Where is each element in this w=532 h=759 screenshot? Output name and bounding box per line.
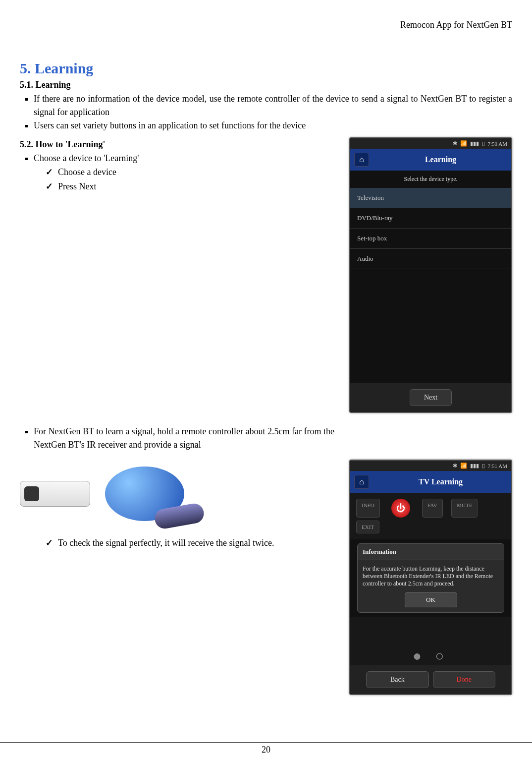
list-item: If there are no information of the devic… (34, 92, 512, 119)
clock-text: 7:50 AM (488, 141, 507, 147)
bottom-bar: Back Done (350, 665, 511, 694)
device-type-list: Television DVD/Blu-ray Set-top box Audio (350, 188, 511, 269)
phone-screenshot-tv-learning: ✱ 📶 ▮▮▮ ▯ 7:51 AM ⌂ TV Learning INFO ⏻ F… (349, 460, 512, 695)
status-bar: ✱ 📶 ▮▮▮ ▯ 7:51 AM (350, 461, 511, 471)
text-column: 5.2. How to 'Learning' Choose a device t… (20, 137, 334, 199)
battery-icon: ▯ (482, 463, 485, 469)
list-item-text: Choose a device to 'Learning' (34, 153, 139, 163)
wifi-icon: 📶 (460, 140, 467, 147)
home-icon[interactable]: ⌂ (354, 153, 369, 167)
screen-title: TV Learning (374, 477, 507, 486)
signal-icon: ▮▮▮ (470, 140, 479, 147)
done-button[interactable]: Done (433, 671, 495, 688)
document-header: Remocon App for NextGen BT (20, 20, 512, 30)
phone-screenshot-learning-list: ✱ 📶 ▮▮▮ ▯ 7:50 AM ⌂ Learning Select the … (349, 137, 512, 413)
next-button[interactable]: Next (410, 389, 452, 406)
spacer (350, 617, 511, 646)
wifi-icon: 📶 (460, 463, 467, 469)
signal-row: For NextGen BT to learn a signal, hold a… (20, 425, 512, 695)
check-list: To check the signal perfectly, it will r… (34, 536, 334, 550)
battery-icon: ▯ (482, 140, 485, 147)
check-item: Press Next (46, 179, 334, 194)
page-indicator: ● ○ (350, 646, 511, 665)
status-bar: ✱ 📶 ▮▮▮ ▯ 7:50 AM (350, 138, 511, 149)
home-icon[interactable]: ⌂ (354, 475, 369, 489)
document-page: Remocon App for NextGen BT 5. Learning 5… (0, 0, 532, 759)
section-title: 5. Learning (20, 60, 512, 77)
check-list: Choose a device Press Next (34, 165, 334, 194)
clock-text: 7:51 AM (488, 463, 507, 469)
screen-title: Learning (374, 155, 507, 164)
spacer (486, 499, 505, 518)
extender-device-icon (105, 467, 184, 521)
page-number: 20 (0, 742, 532, 755)
device-item-audio[interactable]: Audio (350, 249, 511, 269)
information-dialog: Information For the accurate button Lear… (357, 543, 504, 613)
spacer (350, 269, 511, 383)
app-titlebar: ⌂ TV Learning (350, 471, 511, 493)
remote-controller-icon (20, 481, 90, 507)
ok-button[interactable]: OK (405, 592, 457, 607)
fav-button[interactable]: FAV (422, 499, 443, 518)
list-item: Users can set variety buttons in an appl… (34, 119, 512, 132)
check-item: To check the signal perfectly, it will r… (46, 536, 334, 550)
bullet-list: Choose a device to 'Learning' Choose a d… (20, 152, 334, 194)
bluetooth-icon: ✱ (453, 140, 457, 147)
device-item-stb[interactable]: Set-top box (350, 229, 511, 249)
app-titlebar: ⌂ Learning (350, 149, 511, 171)
remote-illustration (20, 467, 334, 521)
check-item: Choose a device (46, 165, 334, 179)
signal-icon: ▮▮▮ (470, 463, 479, 469)
device-item-dvd[interactable]: DVD/Blu-ray (350, 208, 511, 229)
hint-text: Select the device type. (350, 171, 511, 188)
dialog-body: For the accurate button Learning, keep t… (358, 560, 504, 592)
back-button[interactable]: Back (366, 671, 428, 688)
power-icon[interactable]: ⏻ (391, 499, 410, 518)
text-column: For NextGen BT to learn a signal, hold a… (20, 425, 334, 555)
dialog-title: Information (358, 544, 504, 560)
list-item: Choose a device to 'Learning' Choose a d… (34, 152, 334, 194)
list-item: For NextGen BT to learn a signal, hold a… (34, 425, 334, 452)
mute-button[interactable]: MUTE (451, 499, 478, 518)
subsection-5-2-heading: 5.2. How to 'Learning' (20, 139, 334, 150)
bullet-list: If there are no information of the devic… (20, 92, 512, 132)
bullet-list: For NextGen BT to learn a signal, hold a… (20, 425, 334, 452)
check-wrapper: To check the signal perfectly, it will r… (20, 536, 334, 550)
info-button[interactable]: INFO (356, 499, 380, 518)
bluetooth-icon: ✱ (453, 463, 457, 469)
bottom-bar: Next (350, 383, 511, 412)
subsection-5-1-heading: 5.1. Learning (20, 80, 512, 90)
section-5-2-row: 5.2. How to 'Learning' Choose a device t… (20, 137, 512, 413)
exit-button[interactable]: EXIT (356, 521, 379, 533)
device-item-television[interactable]: Television (350, 188, 511, 208)
tv-button-row: INFO ⏻ FAV MUTE EXIT (350, 493, 511, 539)
